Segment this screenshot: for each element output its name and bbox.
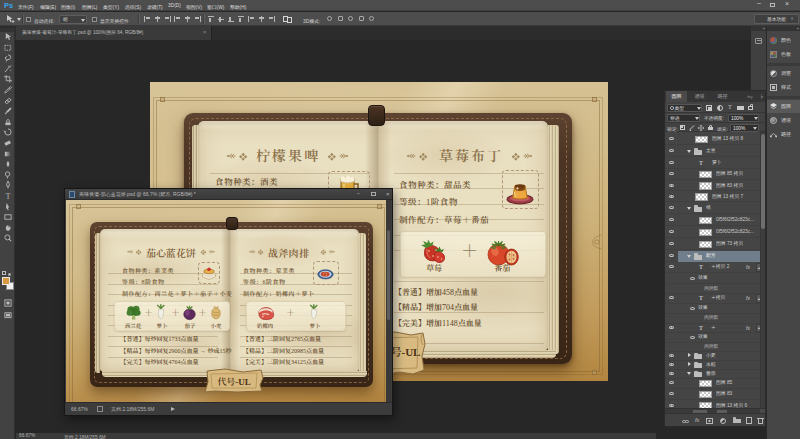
- svg-text:代号-UL: 代号-UL: [217, 375, 251, 388]
- svg-text:T: T: [5, 192, 10, 201]
